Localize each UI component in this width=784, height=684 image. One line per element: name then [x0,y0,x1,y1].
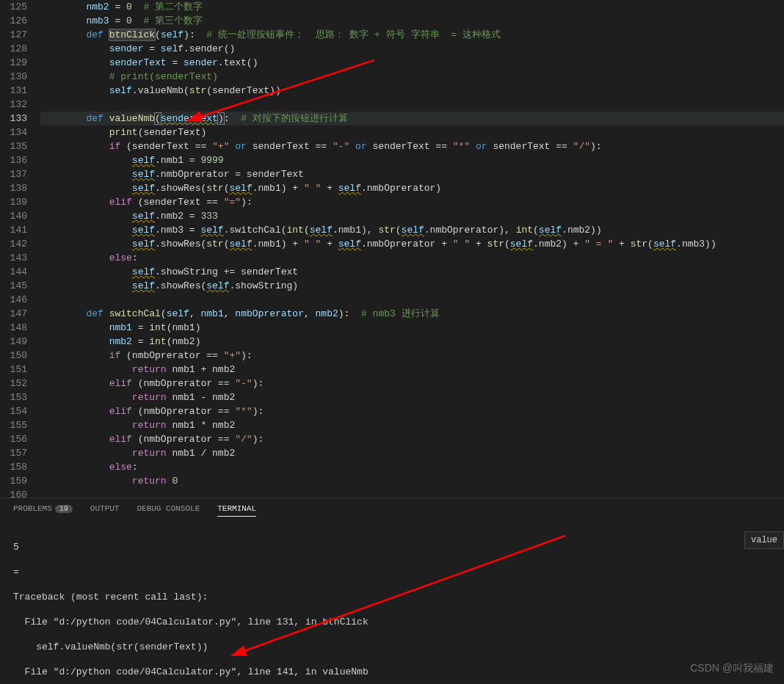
terminal-line: File "d:/python code/04Calculator.py", l… [13,666,771,678]
terminal-output[interactable]: 5 = Traceback (most recent call last): F… [0,523,784,684]
tab-terminal[interactable]: TERMINAL [217,504,256,517]
problems-badge: 19 [55,505,73,513]
line-number-gutter: 1251261271281291301311321331341351361371… [0,0,40,498]
tab-output[interactable]: OUTPUT [90,504,120,517]
terminal-line: File "d:/python code/04Calculator.py", l… [13,616,771,628]
editor-area[interactable]: 1251261271281291301311321331341351361371… [0,0,784,498]
tab-problems[interactable]: PROBLEMS19 [13,504,73,517]
terminal-line: 5 [13,541,771,553]
watermark: CSDN @叫我福建 [690,662,774,675]
terminal-line: self.valueNmb(str(senderText)) [13,641,771,653]
code-content[interactable]: nmb2 = 0 # 第二个数字 nmb3 = 0 # 第三个数字 def bt… [40,0,784,498]
panel-tabs: PROBLEMS19 OUTPUT DEBUG CONSOLE TERMINAL [0,498,784,523]
tab-debug-console[interactable]: DEBUG CONSOLE [137,504,200,517]
intellisense-hint[interactable]: value [744,531,784,549]
terminal-line: Traceback (most recent call last): [13,591,771,603]
terminal-line: = [13,566,771,578]
